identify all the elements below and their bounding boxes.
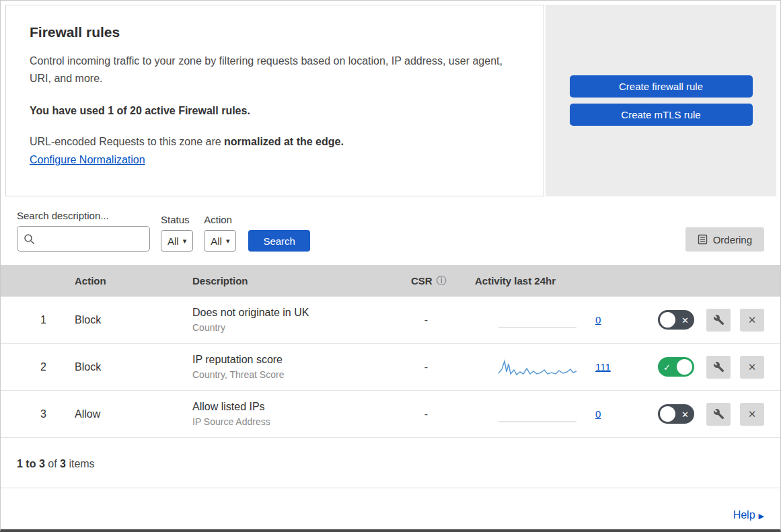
configure-normalization-link[interactable]: Configure Normalization xyxy=(30,154,145,165)
header-csr-label: CSR xyxy=(411,275,433,287)
delete-rule-button[interactable]: ✕ xyxy=(740,403,764,426)
activity-sparkline xyxy=(497,309,578,331)
rule-description-cell: Allow listed IPs IP Source Address xyxy=(179,401,394,427)
chevron-down-icon: ▾ xyxy=(183,237,187,245)
rule-enabled-toggle[interactable]: ✓ ✕ xyxy=(658,404,694,424)
help-row: Help▶ xyxy=(1,503,780,529)
rule-fields: IP Source Address xyxy=(192,416,394,427)
search-box xyxy=(17,226,150,252)
rule-controls: ✓ ✕ ✕ xyxy=(630,309,780,332)
rule-action: Block xyxy=(61,314,179,326)
rule-csr: - xyxy=(394,361,458,373)
close-icon: ✕ xyxy=(748,361,757,373)
edit-rule-button[interactable] xyxy=(706,309,731,332)
page-title: Firewall rules xyxy=(30,24,520,40)
action-label: Action xyxy=(204,214,236,225)
header-activity: Activity last 24hr xyxy=(458,275,630,287)
rule-priority: 2 xyxy=(1,361,61,373)
action-filter-dropdown[interactable]: All ▾ xyxy=(204,230,236,252)
rule-activity-cell: 0 xyxy=(458,309,630,331)
edit-rule-button[interactable] xyxy=(706,403,731,426)
rule-description-cell: IP reputation score Country, Threat Scor… xyxy=(179,354,394,380)
page-description: Control incoming traffic to your zone by… xyxy=(30,52,514,87)
rule-action: Allow xyxy=(61,408,179,420)
ordering-button-label: Ordering xyxy=(713,234,752,245)
rule-description-cell: Does not originate in UK Country xyxy=(179,307,394,333)
action-filter-value: All xyxy=(211,235,222,247)
rule-enabled-toggle[interactable]: ✓ ✕ xyxy=(658,310,694,330)
x-icon: ✕ xyxy=(681,315,689,324)
search-group: Search description... xyxy=(17,210,150,252)
wrench-icon xyxy=(713,314,724,326)
create-firewall-rule-button[interactable]: Create firewall rule xyxy=(570,75,753,98)
rule-csr: - xyxy=(394,314,458,326)
wrench-icon xyxy=(713,408,724,420)
status-filter-dropdown[interactable]: All ▾ xyxy=(161,230,193,252)
toggle-knob xyxy=(660,406,675,422)
rule-controls: ✓ ✕ ✕ xyxy=(630,403,780,426)
rule-fields: Country xyxy=(192,322,394,333)
rule-priority: 3 xyxy=(1,408,61,420)
search-input[interactable] xyxy=(17,226,150,252)
actions-panel: Create firewall rule Create mTLS rule xyxy=(546,5,776,196)
normalization-bold: normalized at the edge. xyxy=(224,136,344,147)
activity-count-link[interactable]: 0 xyxy=(595,314,601,326)
rule-controls: ✓ ✕ ✕ xyxy=(630,356,780,379)
rule-description: IP reputation score xyxy=(192,354,394,366)
search-icon xyxy=(24,233,35,245)
search-label: Search description... xyxy=(17,210,150,221)
rule-priority: 1 xyxy=(1,314,61,326)
rule-description: Allow listed IPs xyxy=(192,401,394,413)
wrench-icon xyxy=(713,361,724,373)
check-icon: ✓ xyxy=(663,363,671,371)
chevron-down-icon: ▾ xyxy=(226,237,230,245)
normalization-text: URL-encoded Requests to this zone are xyxy=(30,136,224,147)
rule-activity-cell: 0 xyxy=(458,404,630,425)
info-icon[interactable]: ⓘ xyxy=(437,274,447,287)
activity-count-link[interactable]: 111 xyxy=(595,361,611,373)
close-icon: ✕ xyxy=(748,314,757,326)
rule-enabled-toggle[interactable]: ✓ ✕ xyxy=(658,357,694,377)
activity-count-link[interactable]: 0 xyxy=(595,408,601,420)
filter-bar: Search description... Status All ▾ Actio… xyxy=(1,196,780,265)
items-total: 3 xyxy=(60,458,66,469)
create-mtls-rule-button[interactable]: Create mTLS rule xyxy=(570,104,753,126)
toggle-knob xyxy=(660,312,675,328)
intro-card: Firewall rules Control incoming traffic … xyxy=(5,5,544,196)
header-description: Description xyxy=(179,275,394,287)
top-section: Firewall rules Control incoming traffic … xyxy=(1,1,780,196)
firewall-rules-page: Firewall rules Control incoming traffic … xyxy=(0,0,781,532)
help-link[interactable]: Help▶ xyxy=(733,509,764,521)
table-header-row: Action Description CSR ⓘ Activity last 2… xyxy=(1,265,780,297)
header-action: Action xyxy=(61,275,179,287)
ordering-button[interactable]: Ordering xyxy=(685,227,764,252)
rule-activity-cell: 111 xyxy=(458,356,630,378)
edit-rule-button[interactable] xyxy=(706,356,731,379)
items-of: of xyxy=(45,458,60,469)
activity-sparkline xyxy=(497,356,578,378)
items-word: items xyxy=(66,458,95,469)
rule-action: Block xyxy=(61,361,179,373)
status-filter-group: Status All ▾ xyxy=(161,214,193,252)
ordering-list-icon xyxy=(698,234,708,245)
table-row: 3 Allow Allow listed IPs IP Source Addre… xyxy=(1,391,780,438)
pagination-summary: 1 to 3 of 3 items xyxy=(1,438,780,488)
spacer xyxy=(1,488,780,503)
help-label: Help xyxy=(733,509,755,521)
table-row: 2 Block IP reputation score Country, Thr… xyxy=(1,344,780,391)
items-range: 1 to 3 xyxy=(17,458,45,469)
delete-rule-button[interactable]: ✕ xyxy=(740,309,764,332)
activity-sparkline xyxy=(497,404,578,425)
status-label: Status xyxy=(161,214,193,225)
rule-csr: - xyxy=(394,408,458,420)
search-button[interactable]: Search xyxy=(248,230,310,252)
rule-description: Does not originate in UK xyxy=(192,307,394,319)
help-arrow-icon: ▶ xyxy=(759,512,764,520)
normalization-note: URL-encoded Requests to this zone are no… xyxy=(30,136,520,148)
x-icon: ✕ xyxy=(681,410,689,418)
toggle-knob xyxy=(677,359,692,375)
rule-fields: Country, Threat Score xyxy=(192,369,394,380)
delete-rule-button[interactable]: ✕ xyxy=(740,356,764,379)
close-icon: ✕ xyxy=(748,408,757,420)
usage-summary: You have used 1 of 20 active Firewall ru… xyxy=(30,105,520,117)
